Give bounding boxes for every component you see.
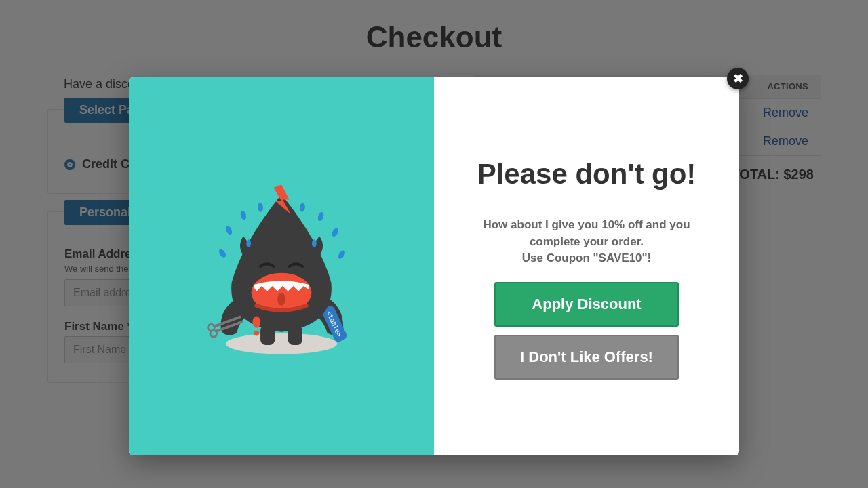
modal-illustration-panel: <table> xyxy=(129,77,434,455)
modal-body-line-2: Use Coupon "SAVE10"! xyxy=(473,250,700,267)
svg-point-22 xyxy=(246,239,251,247)
close-button[interactable]: ✖ xyxy=(727,68,749,89)
svg-point-19 xyxy=(331,227,340,238)
modal-title: Please don't go! xyxy=(473,159,700,190)
svg-point-23 xyxy=(312,239,317,247)
exit-intent-modal: ✖ <table> xyxy=(129,77,739,455)
svg-point-13 xyxy=(254,331,259,336)
svg-point-0 xyxy=(226,333,337,354)
crying-monster-icon: <table> xyxy=(183,168,380,365)
svg-point-21 xyxy=(337,249,347,260)
close-icon: ✖ xyxy=(733,71,743,86)
svg-point-4 xyxy=(210,329,218,338)
svg-point-17 xyxy=(299,203,305,212)
decline-offer-button[interactable]: I Don't Like Offers! xyxy=(494,335,679,380)
modal-body-line-1: How about I give you 10% off and you com… xyxy=(473,217,700,250)
svg-point-16 xyxy=(258,203,264,212)
svg-point-20 xyxy=(218,248,227,259)
svg-point-14 xyxy=(224,225,233,236)
modal-content-panel: Please don't go! How about I give you 10… xyxy=(434,77,739,455)
apply-discount-button[interactable]: Apply Discount xyxy=(494,282,679,327)
svg-point-11 xyxy=(277,293,285,306)
svg-point-15 xyxy=(239,210,247,220)
svg-point-12 xyxy=(252,316,260,327)
svg-point-18 xyxy=(317,211,325,222)
modal-body: How about I give you 10% off and you com… xyxy=(473,217,700,267)
